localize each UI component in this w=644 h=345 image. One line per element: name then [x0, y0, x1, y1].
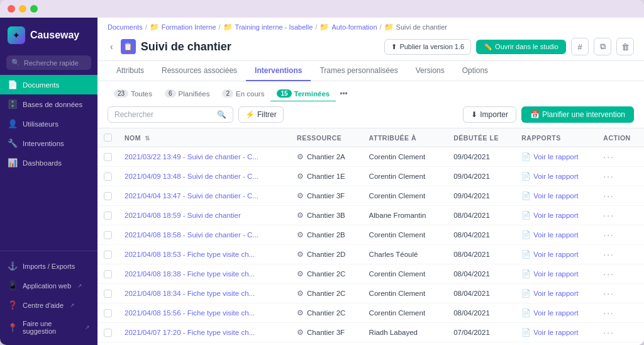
row-action: ···: [597, 323, 644, 342]
hashtag-button[interactable]: #: [571, 38, 589, 55]
plan-icon: 📅: [530, 110, 540, 119]
maximize-btn[interactable]: [30, 5, 38, 13]
view-report-link[interactable]: 📄 Voir le rapport: [521, 191, 591, 200]
tab-ressources[interactable]: Ressources associées: [153, 61, 246, 81]
view-report-link[interactable]: 📄 Voir le rapport: [521, 152, 591, 161]
search-box[interactable]: 🔍: [108, 106, 233, 123]
subtab-done[interactable]: 15 Terminées: [270, 86, 336, 102]
breadcrumb-documents[interactable]: Documents: [108, 23, 143, 31]
action-menu-button[interactable]: ···: [603, 152, 614, 162]
col-nom[interactable]: NOM ⇅: [118, 128, 291, 147]
action-menu-button[interactable]: ···: [603, 230, 614, 240]
sidebar-item-interventions[interactable]: 🔧 Interventions: [0, 133, 97, 153]
publish-button[interactable]: ⬆ Publier la version 1.6: [384, 39, 471, 55]
sidebar-item-databases[interactable]: 🗄️ Bases de données: [0, 94, 97, 114]
subtab-ongoing[interactable]: 2 En cours: [216, 86, 270, 102]
breadcrumb-training[interactable]: Training interne - Isabelle: [235, 23, 313, 31]
studio-button[interactable]: ✏️ Ouvrir dans le studio: [476, 40, 566, 54]
sidebar-item-dashboards[interactable]: 📊 Dashboards: [0, 153, 97, 172]
action-menu-button[interactable]: ···: [603, 191, 614, 201]
search-input[interactable]: [24, 59, 86, 67]
import-button[interactable]: ⬇ Importer: [463, 106, 516, 123]
sidebar-item-suggest[interactable]: 📍 Faire une suggestion ↗: [0, 315, 97, 340]
filter-button[interactable]: ⚡ Filtrer: [238, 106, 284, 123]
intervention-name-link[interactable]: 2021/04/07 17:20 - Fiche type visite ch.…: [125, 329, 255, 336]
subtab-all[interactable]: 23 Toutes: [108, 86, 158, 102]
gear-icon: ⚙: [297, 211, 304, 220]
intervention-name-link[interactable]: 2021/04/08 18:58 - Suivi de chantier - C…: [125, 231, 258, 239]
sidebar-search-box[interactable]: 🔍: [6, 55, 91, 70]
action-menu-button[interactable]: ···: [603, 288, 614, 298]
intervention-name-link[interactable]: 2021/04/04 13:47 - Suivi de chantier - C…: [125, 192, 258, 200]
row-checkbox[interactable]: [104, 153, 112, 161]
tab-trames[interactable]: Trames personnalisées: [311, 61, 406, 81]
col-debutee[interactable]: DÉBUTÉE LE: [447, 128, 515, 147]
action-menu-button[interactable]: ···: [603, 327, 614, 337]
gear-icon: ⚙: [297, 269, 304, 278]
close-btn[interactable]: [8, 5, 15, 13]
row-checkbox[interactable]: [104, 212, 112, 220]
resource-name: Chantier 2A: [307, 153, 345, 161]
gear-icon: ⚙: [297, 308, 304, 317]
breadcrumb-formation[interactable]: Formation Interne: [162, 23, 216, 31]
view-report-link[interactable]: 📄 Voir le rapport: [521, 269, 591, 278]
row-checkbox[interactable]: [104, 251, 112, 259]
view-report-link[interactable]: 📄 Voir le rapport: [521, 328, 591, 337]
row-checkbox[interactable]: [104, 231, 112, 239]
back-button[interactable]: ‹: [108, 40, 116, 53]
view-report-link[interactable]: 📄 Voir le rapport: [521, 230, 591, 239]
document-icon: 📄: [521, 191, 531, 200]
sidebar-item-label: Interventions: [23, 140, 64, 147]
select-all-checkbox[interactable]: [104, 133, 112, 142]
action-menu-button[interactable]: ···: [603, 249, 614, 259]
duplicate-button[interactable]: ⧉: [594, 38, 611, 55]
tab-versions[interactable]: Versions: [407, 61, 453, 81]
row-checkbox[interactable]: [104, 329, 112, 337]
sidebar-item-documents[interactable]: 📄 Documents: [0, 75, 97, 94]
intervention-name-link[interactable]: 2021/04/08 15:56 - Fiche type visite ch.…: [125, 309, 255, 317]
minimize-btn[interactable]: [19, 5, 26, 13]
delete-button[interactable]: 🗑: [616, 38, 634, 55]
sidebar-item-imports[interactable]: ⚓ Imports / Exports: [0, 256, 97, 276]
action-menu-button[interactable]: ···: [603, 269, 614, 279]
sidebar-item-webapp[interactable]: 📱 Application web ↗: [0, 276, 97, 295]
tab-interventions[interactable]: Interventions: [246, 61, 311, 81]
view-report-link[interactable]: 📄 Voir le rapport: [521, 289, 591, 298]
row-checkbox[interactable]: [104, 192, 112, 200]
tab-attributs[interactable]: Attributs: [108, 61, 153, 81]
row-rapport: 📄 Voir le rapport: [515, 225, 597, 245]
intervention-name-link[interactable]: 2021/04/08 18:38 - Fiche type visite ch.…: [125, 270, 255, 278]
action-menu-button[interactable]: ···: [603, 308, 614, 318]
search-input[interactable]: [114, 110, 213, 119]
breadcrumb-auto[interactable]: Auto-formation: [331, 23, 377, 31]
intervention-name-link[interactable]: 2021/04/09 13:48 - Suivi de chantier - C…: [125, 172, 258, 180]
tab-options[interactable]: Options: [453, 61, 497, 81]
row-checkbox[interactable]: [104, 309, 112, 317]
col-action[interactable]: ACTION: [597, 128, 644, 147]
intervention-name-link[interactable]: 2021/04/08 18:59 - Suivi de chantier: [125, 212, 241, 219]
intervention-name-link[interactable]: 2021/04/08 18:34 - Fiche type visite ch.…: [125, 290, 255, 297]
row-debutee: 09/04/2021: [447, 167, 515, 186]
plan-button[interactable]: 📅 Planifier une intervention: [521, 106, 634, 123]
sidebar-item-help[interactable]: ❓ Centre d'aide ↗: [0, 295, 97, 315]
view-report-link[interactable]: 📄 Voir le rapport: [521, 250, 591, 259]
action-menu-button[interactable]: ···: [603, 210, 614, 220]
col-attribuee[interactable]: ATTRIBUÉE À: [363, 128, 448, 147]
page-title: Suivi de chantier: [141, 40, 231, 54]
more-tabs-button[interactable]: •••: [336, 86, 352, 101]
action-menu-button[interactable]: ···: [603, 171, 614, 181]
col-ressource[interactable]: RESSOURCE: [291, 128, 363, 147]
row-checkbox[interactable]: [104, 290, 112, 298]
external-link-icon: ↗: [85, 324, 90, 331]
sidebar-item-users[interactable]: 👤 Utilisateurs: [0, 114, 97, 133]
view-report-link[interactable]: 📄 Voir le rapport: [521, 308, 591, 317]
subtab-planned[interactable]: 6 Planifiées: [158, 86, 216, 102]
row-checkbox[interactable]: [104, 270, 112, 278]
intervention-name-link[interactable]: 2021/03/22 13:49 - Suivi de chantier - C…: [125, 153, 258, 161]
view-report-link[interactable]: 📄 Voir le rapport: [521, 172, 591, 181]
view-report-link[interactable]: 📄 Voir le rapport: [521, 211, 591, 220]
col-rapports[interactable]: RAPPORTS: [515, 128, 597, 147]
intervention-name-link[interactable]: 2021/04/08 18:53 - Fiche type visite ch.…: [125, 251, 255, 258]
row-nom: 2021/04/07 17:04 - Fiche type visite ch.…: [118, 342, 291, 346]
row-checkbox[interactable]: [104, 172, 112, 181]
